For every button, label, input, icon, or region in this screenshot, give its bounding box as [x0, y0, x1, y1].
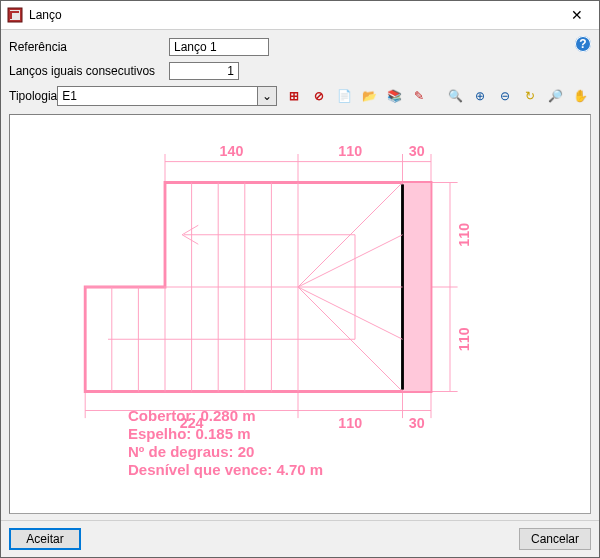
dim-top-2: 110 [338, 143, 362, 159]
zoom-extents-icon: ⊕ [475, 89, 485, 103]
copy-icon: 📄 [337, 89, 352, 103]
zoom-window-icon: 🔍 [448, 89, 463, 103]
tipologia-combo[interactable]: E1 ⌄ [57, 86, 277, 106]
open-icon: 📂 [362, 89, 377, 103]
zoom-prev-button[interactable]: ⊖ [494, 85, 516, 107]
drawing-canvas[interactable]: 140 110 30 110 110 [9, 114, 591, 514]
app-icon [7, 7, 23, 23]
open-button[interactable]: 📂 [358, 85, 380, 107]
edit-icon: ✎ [414, 89, 424, 103]
dim-top-3: 30 [409, 143, 425, 159]
delete-icon: ⊘ [314, 89, 324, 103]
tipologia-value: E1 [57, 86, 258, 106]
chevron-down-icon: ⌄ [258, 86, 277, 106]
delete-button[interactable]: ⊘ [308, 85, 330, 107]
zoom-out-button[interactable]: 🔎 [544, 85, 566, 107]
reference-label: Referência [9, 40, 169, 54]
titlebar: Lanço ✕ [1, 1, 599, 30]
redraw-button[interactable]: ↻ [519, 85, 541, 107]
close-icon: ✕ [571, 7, 583, 23]
plus-icon: ⊞ [289, 89, 299, 103]
zoom-out-icon: 🔎 [548, 89, 563, 103]
cancel-button[interactable]: Cancelar [519, 528, 591, 550]
dim-bot-2: 110 [338, 415, 362, 431]
redraw-icon: ↻ [525, 89, 535, 103]
print-button[interactable]: 🖶 [594, 85, 600, 107]
window-title: Lanço [29, 8, 62, 22]
dim-right-2: 110 [456, 327, 472, 351]
tipologia-label: Tipologia [9, 89, 57, 103]
svg-rect-16 [403, 183, 432, 392]
consecutive-label: Lanços iguais consecutivos [9, 64, 169, 78]
accept-button[interactable]: Aceitar [9, 528, 81, 550]
dim-top-1: 140 [220, 143, 244, 159]
pan-button[interactable]: ✋ [569, 85, 591, 107]
pan-icon: ✋ [573, 89, 588, 103]
zoom-prev-icon: ⊖ [500, 89, 510, 103]
add-button[interactable]: ⊞ [283, 85, 305, 107]
help-button[interactable]: ? [575, 36, 591, 52]
help-icon: ? [579, 37, 586, 51]
dim-right-1: 110 [456, 223, 472, 247]
dialog-footer: Aceitar Cancelar [1, 520, 599, 557]
dim-bot-3: 30 [409, 415, 425, 431]
svg-line-35 [298, 287, 403, 339]
library-button[interactable]: 📚 [383, 85, 405, 107]
zoom-window-button[interactable]: 🔍 [444, 85, 466, 107]
library-icon: 📚 [387, 89, 402, 103]
stair-info: Cobertor: 0.280 m Espelho: 0.185 m Nº de… [128, 407, 323, 479]
edit-button[interactable]: ✎ [408, 85, 430, 107]
zoom-extents-button[interactable]: ⊕ [469, 85, 491, 107]
consecutive-input[interactable] [169, 62, 239, 80]
reference-input[interactable] [169, 38, 269, 56]
close-button[interactable]: ✕ [555, 1, 599, 29]
svg-line-33 [298, 235, 403, 287]
tipologia-toolbar: ⊞ ⊘ 📄 📂 📚 ✎ 🔍 ⊕ ⊖ ↻ 🔎 ✋ 🖶 [283, 85, 600, 107]
copy-button[interactable]: 📄 [333, 85, 355, 107]
